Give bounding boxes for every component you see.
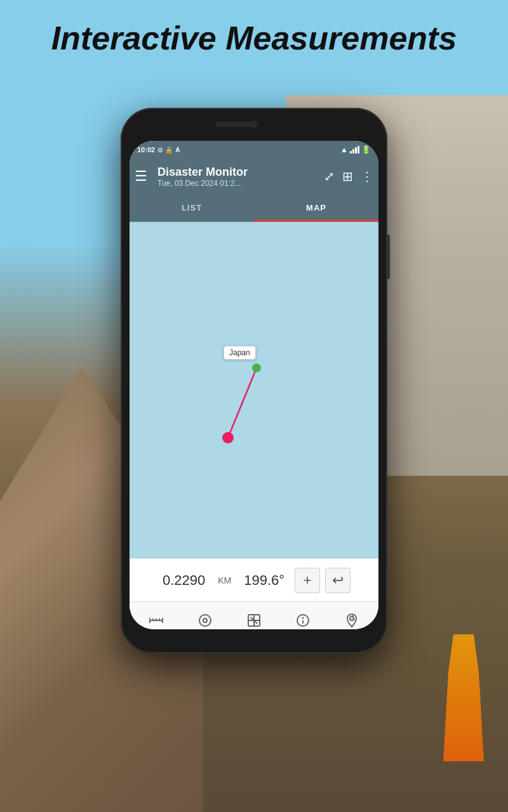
svg-point-8: [203, 619, 207, 622]
expand-icon[interactable]: ⤢: [324, 169, 335, 184]
header-title-block: Disaster Monitor Tue, 03 Dec 2024 01:2..…: [157, 166, 324, 188]
phone-power-button: [387, 235, 390, 279]
gmap-icon: [344, 613, 359, 629]
wifi-icon: ▲: [340, 145, 348, 154]
lock-icon: 🔒: [165, 147, 173, 154]
add-point-button[interactable]: +: [295, 568, 320, 593]
tab-map[interactable]: MAP: [254, 194, 378, 221]
svg-point-7: [199, 615, 211, 626]
circle-icon: [197, 613, 213, 629]
app-name: Disaster Monitor: [157, 166, 324, 179]
more-options-icon[interactable]: ⋮: [361, 169, 373, 184]
signal-bar-4: [358, 146, 359, 154]
grid-icon[interactable]: ⊞: [342, 169, 353, 184]
map-view[interactable]: Japan: [130, 222, 378, 558]
tab-list-label: LIST: [182, 203, 202, 213]
header-actions: ⤢ ⊞ ⋮: [324, 169, 373, 184]
undo-button[interactable]: ↩: [325, 568, 351, 593]
phone-device: 10:02 ⊙ 🔒 A ▲ 🔋 ☰: [121, 108, 387, 653]
notification-icon: A: [175, 147, 180, 154]
signal-bar-2: [352, 149, 354, 154]
toolbar-dist[interactable]: DIST.: [132, 613, 181, 629]
bottom-toolbar: DIST. CIRCLE: [130, 601, 378, 629]
status-left: 10:02 ⊙ 🔒 A: [137, 146, 180, 154]
phone-camera: [250, 121, 258, 128]
signal-bar-3: [355, 147, 357, 154]
status-right: ▲ 🔋: [340, 145, 371, 154]
tab-map-label: MAP: [306, 203, 326, 213]
toolbar-circle[interactable]: CIRCLE: [181, 613, 230, 629]
app-header: ☰ Disaster Monitor Tue, 03 Dec 2024 01:2…: [130, 159, 378, 194]
toolbar-gmap[interactable]: GMAP: [327, 613, 376, 629]
signal-bar-1: [350, 151, 352, 154]
toolbar-link[interactable]: LINK: [230, 613, 279, 629]
point-end[interactable]: [222, 432, 234, 443]
phone-screen: 10:02 ⊙ 🔒 A ▲ 🔋 ☰: [130, 141, 378, 629]
dist-icon: [149, 613, 164, 629]
angle-value: 199.6°: [236, 572, 292, 589]
battery-icon: 🔋: [361, 145, 371, 154]
point-start[interactable]: [252, 363, 261, 372]
page-title: Interactive Measurements: [0, 19, 508, 57]
status-time: 10:02: [137, 146, 155, 154]
link-icon: [246, 613, 262, 629]
tabs-bar: LIST MAP: [130, 194, 378, 222]
measurement-panel: 0.2290 KM 199.6° + ↩: [130, 558, 378, 601]
firefighter-figure: [438, 634, 489, 761]
distance-unit: KM: [213, 575, 236, 586]
signal-strength: [350, 146, 359, 154]
svg-line-0: [228, 368, 257, 438]
phone-speaker: [216, 122, 254, 127]
measurement-line-svg: [130, 222, 378, 558]
distance-value: 0.2290: [155, 572, 213, 589]
app-subtitle: Tue, 03 Dec 2024 01:2...: [157, 179, 324, 188]
location-icon: ⊙: [157, 147, 163, 154]
menu-button[interactable]: ☰: [135, 168, 147, 185]
info-icon: [295, 613, 311, 629]
tab-list[interactable]: LIST: [130, 194, 254, 221]
toolbar-info[interactable]: INFO: [278, 613, 327, 629]
phone-shell: 10:02 ⊙ 🔒 A ▲ 🔋 ☰: [121, 108, 387, 653]
status-bar: 10:02 ⊙ 🔒 A ▲ 🔋: [130, 141, 378, 159]
